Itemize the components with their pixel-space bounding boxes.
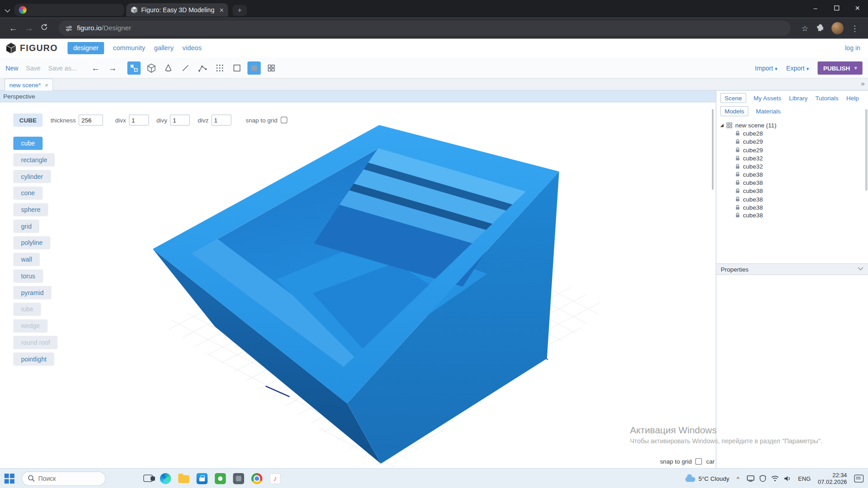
weather-widget[interactable]: 5°C Cloudy (685, 475, 730, 482)
shield-icon[interactable] (760, 475, 766, 482)
close-button[interactable]: × (847, 0, 868, 18)
taskbar-clock[interactable]: 22:34 07.02.2026 (818, 471, 847, 486)
file-explorer-button[interactable] (178, 474, 189, 483)
shape-button-sphere[interactable]: sphere (13, 203, 48, 216)
tree-item[interactable]: cube28 (720, 130, 868, 138)
lock-icon[interactable] (735, 164, 740, 169)
tab-help[interactable]: Help (846, 93, 859, 103)
lock-icon[interactable] (735, 180, 740, 185)
tree-item[interactable]: cube38 (720, 170, 868, 178)
lock-icon[interactable] (735, 172, 740, 177)
tray-expand-button[interactable]: ^ (736, 475, 739, 482)
language-indicator[interactable]: ENG (798, 475, 811, 482)
shaded-view-button[interactable] (248, 61, 261, 74)
nav-videos[interactable]: videos (183, 44, 202, 52)
tree-item[interactable]: cube29 (720, 138, 868, 146)
tree-item[interactable]: cube38 (720, 195, 868, 203)
nav-designer[interactable]: designer (68, 42, 104, 54)
divz-input[interactable] (211, 114, 231, 125)
reload-button[interactable] (37, 23, 52, 33)
shape-button-grid[interactable]: grid (13, 220, 39, 233)
lock-icon[interactable] (735, 188, 740, 193)
site-info-icon[interactable] (65, 24, 72, 32)
widgets-thumbnail-button[interactable] (113, 471, 136, 486)
figuro-brand[interactable]: FIGURO (5, 42, 57, 54)
shape-button-pyramid[interactable]: pyramid (13, 286, 51, 299)
lock-icon[interactable] (735, 205, 740, 210)
lock-icon[interactable] (735, 131, 740, 136)
tab-library[interactable]: Library (788, 93, 808, 103)
tree-item[interactable]: cube29 (720, 146, 868, 154)
notification-center-button[interactable] (854, 474, 863, 482)
scene-tab-close-icon[interactable]: × (45, 82, 48, 89)
nav-community[interactable]: community (113, 44, 145, 52)
lock-icon[interactable] (735, 155, 740, 161)
polyline-tool-button[interactable] (196, 61, 209, 74)
save-as-button[interactable]: Save as... (48, 65, 77, 71)
tab-search-button[interactable] (0, 4, 14, 14)
taskbar-search[interactable] (22, 471, 106, 486)
shape-button-tube[interactable]: tube (13, 303, 41, 316)
line-tool-button[interactable] (179, 61, 192, 74)
shape-button-pointlight[interactable]: pointlight (13, 352, 54, 366)
tab-tutorials[interactable]: Tutorials (815, 93, 839, 103)
back-button[interactable]: ← (5, 23, 21, 33)
lock-icon[interactable] (735, 213, 740, 218)
url-bar[interactable]: figuro.io/Designer (59, 20, 791, 36)
divy-input[interactable] (170, 114, 190, 125)
shape-button-cone[interactable]: cone (13, 187, 42, 200)
forward-button[interactable]: → (21, 23, 37, 33)
undo-button[interactable]: ← (89, 61, 102, 74)
subtab-models[interactable]: Models (720, 106, 749, 116)
green-app-button[interactable] (215, 473, 226, 483)
shape-button-cylinder[interactable]: cylinder (13, 170, 51, 183)
publish-button[interactable]: PUBLISH▾ (818, 61, 863, 74)
extensions-icon[interactable] (813, 23, 828, 33)
subtab-materials[interactable]: Materials (755, 106, 781, 116)
divx-input[interactable] (129, 114, 149, 125)
snap-to-grid-checkbox-2[interactable] (695, 458, 702, 465)
snap-to-grid-checkbox[interactable] (281, 117, 288, 123)
shape-button-wedge[interactable]: wedge (13, 319, 47, 333)
wifi-icon[interactable] (771, 475, 778, 481)
wireframe-view-button[interactable] (231, 61, 244, 74)
camera-mode-label[interactable]: Perspective (0, 91, 716, 103)
nav-gallery[interactable]: gallery (154, 44, 174, 52)
edge-button[interactable] (160, 473, 171, 483)
cone-tool-button[interactable] (162, 61, 175, 74)
tree-item[interactable]: cube32 (720, 154, 868, 162)
new-tab-button[interactable]: + (232, 5, 247, 16)
dark-app-button[interactable] (233, 473, 244, 483)
lock-icon[interactable] (735, 147, 740, 153)
music-app-button[interactable]: ♪ (269, 473, 280, 483)
thickness-input[interactable] (79, 114, 103, 125)
scene-tab[interactable]: new scene* × (5, 79, 53, 91)
maximize-button[interactable] (826, 0, 847, 18)
profile-avatar[interactable] (831, 22, 844, 34)
viewport-canvas[interactable]: CUBE thickness divx divy divz snap to gr… (0, 103, 716, 468)
collapse-chevron-icon[interactable] (858, 265, 863, 270)
monitor-icon[interactable] (746, 475, 754, 482)
tab-my-assets[interactable]: My Assets (753, 93, 782, 103)
minimize-button[interactable]: – (805, 0, 826, 18)
shape-button-polyline[interactable]: polyline (13, 236, 50, 249)
tree-root[interactable]: ◢ new scene (11) (720, 121, 868, 130)
properties-header[interactable]: Properties (716, 263, 868, 275)
save-button[interactable]: Save (26, 65, 41, 71)
browser-tab-figuro[interactable]: Figuro: Easy 3D Modeling Onli × (126, 3, 228, 16)
tab-close-icon[interactable]: × (219, 6, 223, 14)
tree-item[interactable]: cube32 (720, 162, 868, 170)
shape-button-wall[interactable]: wall (13, 253, 40, 266)
volume-icon[interactable] (783, 475, 791, 482)
shape-button-torus[interactable]: torus (13, 269, 43, 282)
tree-scrollbar[interactable] (865, 109, 868, 191)
scene-3d[interactable] (0, 103, 716, 468)
panel-scrollbar[interactable] (712, 109, 714, 190)
browser-tab-1[interactable] (14, 4, 124, 16)
tree-item[interactable]: cube38 (720, 178, 868, 187)
chrome-button[interactable] (251, 473, 262, 483)
cube-tool-button[interactable] (145, 61, 158, 74)
search-input[interactable] (38, 475, 93, 482)
start-button[interactable] (5, 474, 14, 483)
lock-icon[interactable] (735, 196, 740, 202)
